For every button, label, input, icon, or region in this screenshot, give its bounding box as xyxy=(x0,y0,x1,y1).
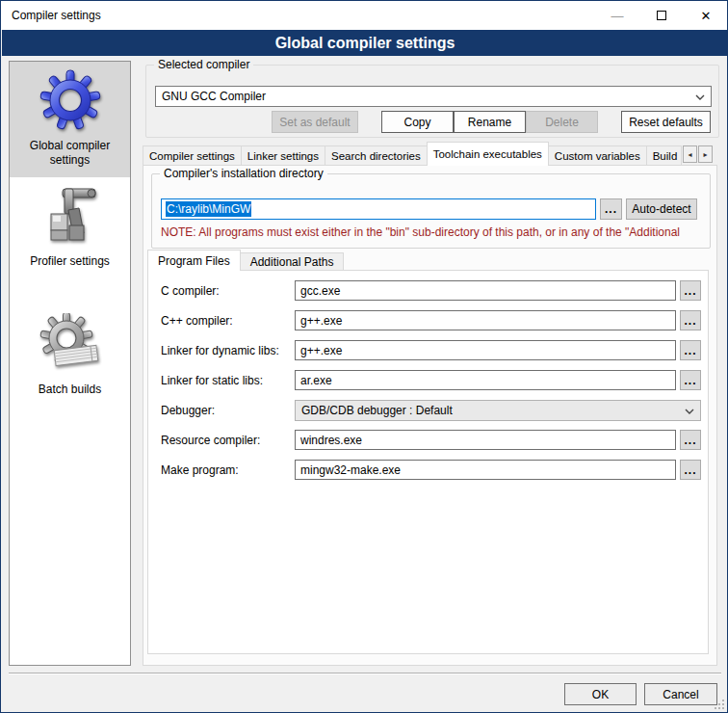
group-title: Compiler's installation directory xyxy=(160,167,327,180)
program-files-tabs: Program Files Additional Paths xyxy=(147,250,436,271)
debugger-label: Debugger: xyxy=(161,404,215,417)
compiler-select[interactable]: GNU GCC Compiler xyxy=(155,86,712,107)
cpp-compiler-browse-button[interactable]: ... xyxy=(680,310,701,330)
tab-search-directories[interactable]: Search directories xyxy=(325,145,428,166)
c-compiler-label: C compiler: xyxy=(161,284,220,298)
tab-scroll-left-button[interactable]: ◂ xyxy=(683,145,697,163)
tab-toolchain-executables[interactable]: Toolchain executables xyxy=(427,142,549,166)
cancel-button[interactable]: Cancel xyxy=(644,683,717,705)
banner-title: Global compiler settings xyxy=(275,35,455,52)
sidebar-item-global-compiler-settings[interactable]: Global compiler settings xyxy=(10,62,130,177)
linker-static-label: Linker for static libs: xyxy=(161,374,263,387)
debugger-select[interactable]: GDB/CDB debugger : Default xyxy=(295,400,701,421)
c-compiler-input[interactable] xyxy=(295,280,676,301)
sidebar-item-label: Profiler settings xyxy=(30,254,110,269)
settings-category-list: Global compiler settings xyxy=(9,61,131,666)
sidebar-spacer xyxy=(10,278,130,305)
tab-compiler-settings[interactable]: Compiler settings xyxy=(143,145,242,166)
linker-dynamic-label: Linker for dynamic libs: xyxy=(161,344,279,357)
subtab-program-files[interactable]: Program Files xyxy=(147,250,241,271)
sidebar-item-profiler-settings[interactable]: Profiler settings xyxy=(10,177,130,278)
browse-directory-button[interactable]: ... xyxy=(600,198,622,220)
group-title: Selected compiler xyxy=(154,58,253,71)
profiler-caliper-icon xyxy=(39,185,101,247)
tab-build-options-truncated[interactable]: Build xyxy=(646,145,682,166)
installation-directory-input[interactable]: C:\raylib\MinGW xyxy=(161,198,596,220)
c-compiler-browse-button[interactable]: ... xyxy=(680,280,701,301)
make-program-browse-button[interactable]: ... xyxy=(680,460,701,480)
sidebar-item-batch-builds[interactable]: Batch builds xyxy=(10,305,130,407)
delete-button: Delete xyxy=(526,111,598,133)
dialog-banner: Global compiler settings xyxy=(2,30,728,56)
minimize-button[interactable]: — xyxy=(595,1,639,30)
chevron-down-icon xyxy=(685,404,694,417)
compiler-select-value: GNU GCC Compiler xyxy=(162,90,266,103)
minimize-icon: — xyxy=(611,9,624,23)
make-program-label: Make program: xyxy=(161,463,239,477)
compiler-settings-window: Compiler settings — ✕ Global compiler se… xyxy=(0,0,728,713)
copy-button[interactable]: Copy xyxy=(381,111,454,133)
linker-static-browse-button[interactable]: ... xyxy=(680,370,701,390)
compiler-tabs: Compiler settings Linker settings Search… xyxy=(143,142,682,166)
resource-compiler-browse-button[interactable]: ... xyxy=(680,430,701,450)
sidebar-item-label: Batch builds xyxy=(39,383,101,397)
cpp-compiler-input[interactable] xyxy=(295,310,676,330)
blue-gear-icon xyxy=(39,69,101,131)
subtab-additional-paths[interactable]: Additional Paths xyxy=(240,252,345,271)
rename-button[interactable]: Rename xyxy=(454,111,526,133)
tab-scroll-right-button[interactable]: ▸ xyxy=(698,145,713,163)
maximize-button[interactable] xyxy=(639,1,684,30)
chevron-down-icon xyxy=(695,90,705,103)
selected-text: C:\raylib\MinGW xyxy=(166,201,251,217)
make-program-input[interactable] xyxy=(295,460,676,480)
reset-defaults-button[interactable]: Reset defaults xyxy=(621,111,711,133)
window-title: Compiler settings xyxy=(12,9,101,22)
resource-compiler-input[interactable] xyxy=(295,430,676,450)
maximize-icon xyxy=(657,11,666,20)
cpp-compiler-label: C++ compiler: xyxy=(161,314,233,328)
close-icon: ✕ xyxy=(701,9,712,23)
title-bar[interactable]: Compiler settings — ✕ xyxy=(1,1,728,30)
auto-detect-button[interactable]: Auto-detect xyxy=(626,198,697,220)
linker-dynamic-input[interactable] xyxy=(295,340,676,360)
debugger-select-value: GDB/CDB debugger : Default xyxy=(301,404,453,417)
footer-divider xyxy=(9,673,721,674)
ok-button[interactable]: OK xyxy=(564,683,637,705)
tab-custom-variables[interactable]: Custom variables xyxy=(548,145,647,166)
close-button[interactable]: ✕ xyxy=(684,1,728,30)
resize-grip[interactable] xyxy=(715,700,724,709)
sidebar-item-label: Global compiler settings xyxy=(12,139,128,168)
linker-dynamic-browse-button[interactable]: ... xyxy=(680,340,701,360)
bin-subdirectory-note: NOTE: All programs must exist either in … xyxy=(161,225,706,239)
linker-static-input[interactable] xyxy=(295,370,676,390)
tab-linker-settings[interactable]: Linker settings xyxy=(241,145,325,166)
resource-compiler-label: Resource compiler: xyxy=(161,434,260,447)
batch-builds-gear-stack-icon xyxy=(39,313,101,375)
set-as-default-button: Set as default xyxy=(272,111,358,133)
